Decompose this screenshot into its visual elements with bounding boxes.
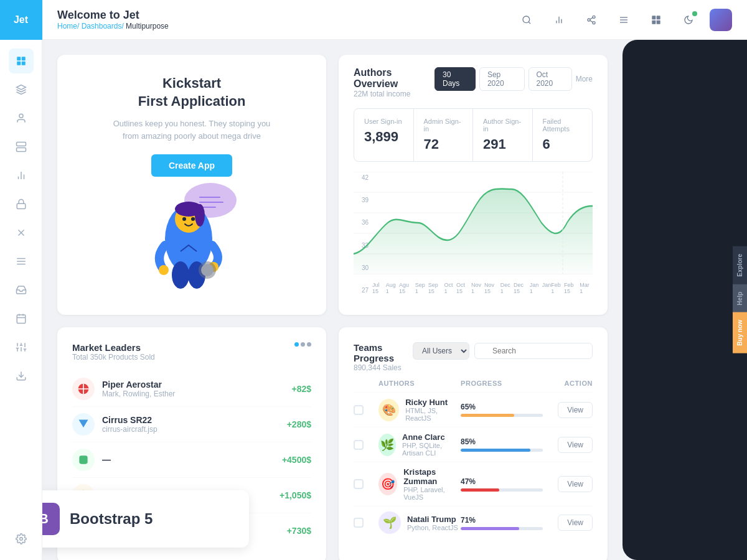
- help-button[interactable]: Help: [733, 284, 747, 313]
- sidebar-item-sliders[interactable]: [9, 335, 34, 360]
- author-info-0: Ricky Hunt HTML, JS, ReactJS: [405, 398, 461, 422]
- progress-bar-bg-1: [461, 449, 543, 452]
- sidebar-item-lock[interactable]: [9, 192, 34, 217]
- period-tab-oct[interactable]: Oct 2020: [529, 67, 572, 91]
- teams-controls: All Users: [413, 342, 593, 360]
- chart-x-labels: Jul 15 Aug 1 Agu 15 Sep 1 Sep 15 Oct 1 O…: [372, 279, 593, 294]
- period-tabs: 30 Days Sep 2020 Oct 2020 More: [435, 67, 593, 91]
- analytics-button[interactable]: [548, 9, 570, 31]
- chart-x-aug1: Aug 1: [386, 282, 399, 294]
- author-cell-1: 🌿 Anne Clarc PHP, SQLite, Artisan CLI: [378, 432, 461, 457]
- svg-rect-1: [21, 57, 25, 60]
- sidebar-item-settings[interactable]: [9, 526, 34, 551]
- market-title: Market Leaders: [72, 342, 155, 353]
- chart-x-feb1: Feb 1: [551, 282, 564, 294]
- stat-label-user: User Sign-in: [364, 118, 403, 125]
- sidebar-item-calendar[interactable]: [9, 306, 34, 331]
- chart-x-mar1: Mar 1: [580, 282, 593, 294]
- view-button-0[interactable]: View: [558, 402, 593, 418]
- progress-bar-1: [461, 449, 530, 452]
- sidebar-item-download[interactable]: [9, 363, 34, 388]
- market-subtitle: Total 350k Products Sold: [72, 353, 155, 362]
- sidebar: Jet: [0, 0, 42, 560]
- col-check: [354, 380, 378, 387]
- dot-gray1: [301, 342, 305, 347]
- period-tab-30days[interactable]: 30 Days: [435, 67, 476, 91]
- share-button[interactable]: [580, 9, 603, 31]
- svg-rect-3: [21, 62, 25, 65]
- chart-x-dec1: Dec 1: [500, 282, 514, 294]
- chart-x-feb15: Feb 15: [564, 282, 580, 294]
- row-checkbox-3[interactable]: [354, 518, 364, 528]
- svg-rect-45: [652, 16, 655, 19]
- user-avatar[interactable]: [710, 9, 732, 31]
- market-item-0: Piper Aerostar Mark, Rowling, Esther +82…: [72, 371, 311, 407]
- author-avatar-0: 🎨: [378, 399, 399, 421]
- chart-x-sep15: Sep 15: [428, 282, 444, 294]
- row-checkbox-2[interactable]: [354, 479, 364, 489]
- progress-bar-0: [461, 414, 514, 417]
- market-header: Market Leaders Total 350k Products Sold: [72, 342, 311, 362]
- chart-x-oct1: Oct 1: [444, 282, 456, 294]
- view-button-1[interactable]: View: [558, 437, 593, 453]
- sidebar-item-chart[interactable]: [9, 163, 34, 188]
- progress-cell-2: 47%: [461, 477, 543, 492]
- teams-row-3: 🌱 Natali Trump Python, ReactJS 71%: [354, 506, 593, 539]
- sidebar-item-server[interactable]: [9, 134, 34, 159]
- chart-x-jan1: Jan 1: [530, 282, 542, 294]
- market-value-4: +730$: [287, 526, 311, 536]
- create-app-button[interactable]: Create App: [151, 154, 232, 177]
- author-info-1: Anne Clarc PHP, SQLite, Artisan CLI: [402, 432, 461, 457]
- kickstart-illustration: [136, 177, 248, 295]
- sidebar-item-inbox[interactable]: [9, 278, 34, 302]
- col-authors: AUTHORS: [378, 380, 461, 387]
- author-cell-0: 🎨 Ricky Hunt HTML, JS, ReactJS: [378, 398, 461, 422]
- teams-search-input[interactable]: [474, 343, 593, 359]
- explore-button[interactable]: Explore: [733, 246, 747, 284]
- breadcrumb-home[interactable]: Home/: [57, 22, 79, 30]
- menu-button[interactable]: [613, 9, 635, 31]
- authors-header: Authors Overview 22M total income 30 Day…: [354, 67, 593, 98]
- market-icon-1: [72, 413, 95, 436]
- market-value-3: +1,050$: [280, 490, 311, 500]
- market-dots-menu[interactable]: [294, 342, 311, 347]
- progress-pct-1: 85%: [461, 437, 543, 446]
- progress-bar-bg-3: [461, 527, 543, 530]
- author-skills-1: PHP, SQLite, Artisan CLI: [402, 442, 461, 457]
- sidebar-item-grid[interactable]: [9, 49, 34, 73]
- search-button[interactable]: [515, 9, 538, 31]
- sidebar-item-user[interactable]: [9, 106, 34, 131]
- sidebar-item-menu[interactable]: [9, 249, 34, 274]
- view-button-2[interactable]: View: [558, 476, 593, 492]
- dark-mode-button[interactable]: [677, 9, 700, 31]
- teams-user-select[interactable]: All Users: [413, 342, 469, 360]
- teams-search-wrap: [474, 343, 593, 359]
- topbar: Welcome to Jet Home/ Dashboards/ Multipu…: [42, 0, 747, 40]
- stat-label-author: Author Sign-in: [483, 118, 522, 133]
- app-logo[interactable]: Jet: [0, 0, 42, 40]
- author-avatar-2: 🎯: [378, 473, 397, 495]
- period-more[interactable]: More: [576, 75, 593, 83]
- row-checkbox-0[interactable]: [354, 405, 364, 415]
- view-button-3[interactable]: View: [558, 515, 593, 531]
- period-tab-sep[interactable]: Sep 2020: [479, 67, 525, 91]
- svg-rect-0: [17, 57, 21, 60]
- sidebar-item-close[interactable]: [9, 220, 34, 245]
- stat-value-failed: 6: [543, 136, 583, 152]
- progress-bar-3: [461, 527, 519, 530]
- chart-x-dec15: Dec 15: [514, 282, 530, 294]
- market-title-block: Market Leaders Total 350k Products Sold: [72, 342, 155, 362]
- right-panel-buttons: Explore Help Buy now: [733, 246, 747, 353]
- market-value-1: +280$: [287, 419, 311, 429]
- market-info-0: Piper Aerostar Mark, Rowling, Esther: [102, 380, 284, 398]
- stat-value-author: 291: [483, 136, 522, 152]
- sidebar-item-layers[interactable]: [9, 77, 34, 102]
- buy-now-button[interactable]: Buy now: [733, 312, 747, 353]
- teams-table-header: AUTHORS PROGRESS ACTION: [354, 380, 593, 392]
- row-checkbox-1[interactable]: [354, 440, 364, 450]
- action-cell-1: View: [543, 437, 593, 453]
- breadcrumb-dashboards[interactable]: Dashboards/: [82, 22, 124, 30]
- apps-button[interactable]: [645, 9, 667, 31]
- author-name-0: Ricky Hunt: [405, 398, 461, 407]
- market-icon-2: [72, 449, 95, 471]
